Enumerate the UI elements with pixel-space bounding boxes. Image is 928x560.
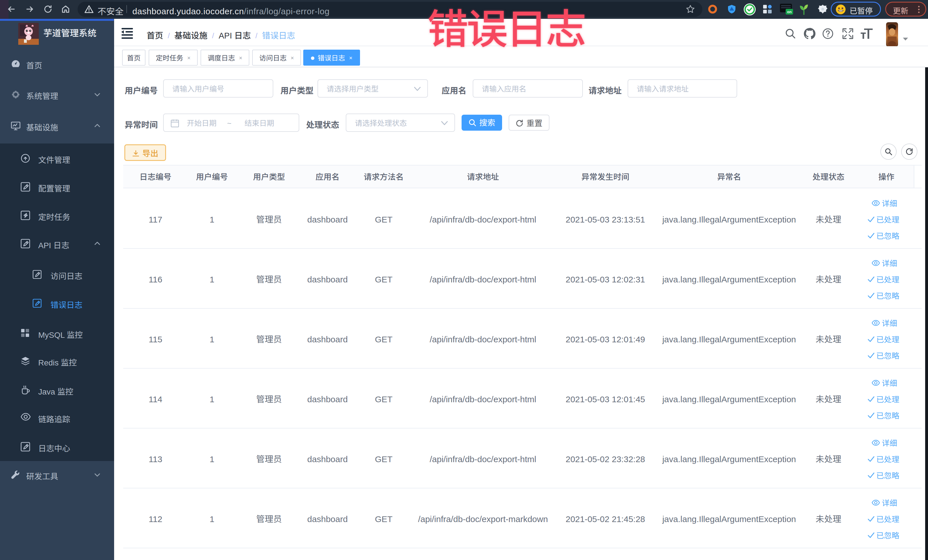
svg-text:on: on (787, 10, 792, 14)
